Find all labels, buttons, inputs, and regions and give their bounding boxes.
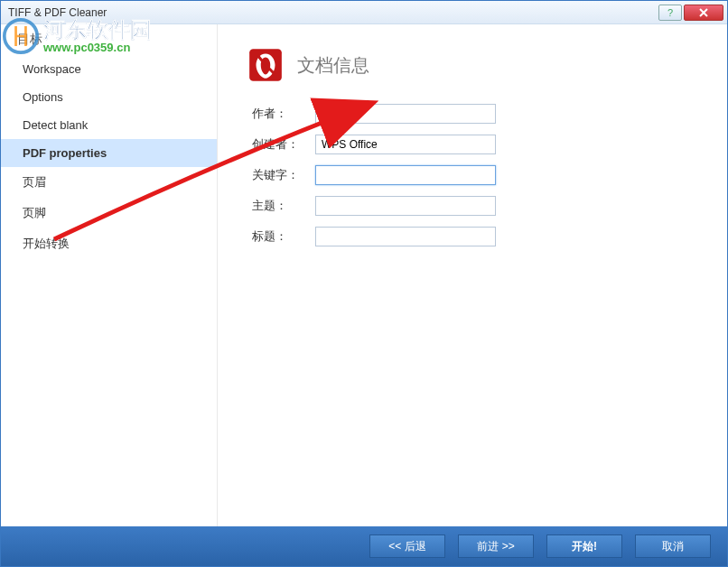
titlebar: TIFF & PDF Cleaner ? xyxy=(1,1,727,24)
start-button[interactable]: 开始! xyxy=(546,534,622,558)
sidebar-item-label: 开始转换 xyxy=(23,237,70,250)
main-panel: 文档信息 作者： 创建者： 关键字： 主题： xyxy=(218,24,727,526)
sidebar-item-label: 页脚 xyxy=(23,206,46,219)
button-label: 开始! xyxy=(572,539,597,554)
properties-form: 作者： 创建者： 关键字： 主题： 标题： xyxy=(252,104,698,246)
sidebar: 目标 Workspace Options Detect blank PDF pr… xyxy=(1,24,218,526)
sidebar-item-label: PDF properties xyxy=(23,146,107,160)
creator-label: 创建者： xyxy=(252,136,306,153)
sidebar-item-label: Options xyxy=(23,90,63,104)
keywords-input[interactable] xyxy=(315,165,496,185)
footer-bar: << 后退 前进 >> 开始! 取消 xyxy=(1,526,727,566)
sidebar-item-label: Detect blank xyxy=(23,118,88,132)
subject-label: 主题： xyxy=(252,198,306,214)
back-button[interactable]: << 后退 xyxy=(369,534,445,558)
forward-button[interactable]: 前进 >> xyxy=(458,534,534,558)
creator-input[interactable] xyxy=(315,135,496,154)
button-label: << 后退 xyxy=(388,539,425,554)
sidebar-heading: 目标 xyxy=(17,32,42,48)
sidebar-item-pdf-properties[interactable]: PDF properties xyxy=(1,139,217,167)
close-icon xyxy=(698,8,709,17)
author-label: 作者： xyxy=(252,106,306,122)
sidebar-item-header[interactable]: 页眉 xyxy=(1,167,217,198)
sidebar-item-label: Workspace xyxy=(23,62,81,76)
keywords-label: 关键字： xyxy=(252,167,306,183)
sidebar-item-workspace[interactable]: Workspace xyxy=(1,55,217,83)
sidebar-item-start-convert[interactable]: 开始转换 xyxy=(1,228,217,259)
sidebar-item-detect-blank[interactable]: Detect blank xyxy=(1,111,217,139)
cancel-button[interactable]: 取消 xyxy=(635,534,711,558)
title-label: 标题： xyxy=(252,228,306,245)
author-input[interactable] xyxy=(315,104,496,124)
button-label: 前进 >> xyxy=(477,539,514,554)
section-title: 文档信息 xyxy=(297,53,369,78)
button-label: 取消 xyxy=(662,539,684,554)
window-title: TIFF & PDF Cleaner xyxy=(8,6,658,19)
sidebar-item-footer[interactable]: 页脚 xyxy=(1,198,217,228)
sidebar-item-options[interactable]: Options xyxy=(1,83,217,111)
pdf-icon xyxy=(247,46,285,84)
sidebar-item-label: 页眉 xyxy=(23,175,46,189)
help-button[interactable]: ? xyxy=(658,5,682,21)
title-input[interactable] xyxy=(315,227,496,246)
subject-input[interactable] xyxy=(315,196,496,216)
close-button[interactable] xyxy=(684,5,723,21)
